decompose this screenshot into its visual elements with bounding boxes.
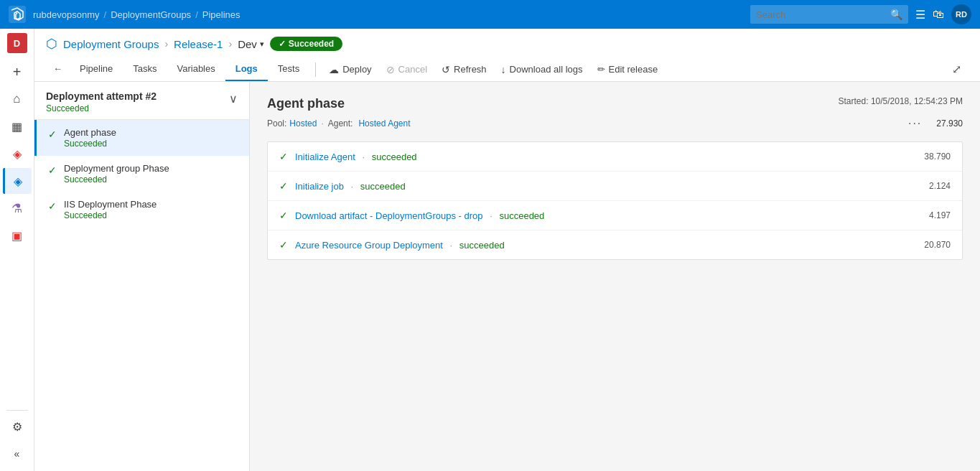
step-row[interactable]: ✓ Initialize job · succeeded 2.124 bbox=[268, 172, 962, 201]
sidebar: D + ⌂ ▦ ◈ ◈ ⚗ ▣ ⚙ « bbox=[0, 29, 34, 471]
expand-button[interactable]: ⤢ bbox=[945, 59, 969, 80]
agent-link[interactable]: Hosted Agent bbox=[358, 118, 410, 129]
tab-tasks[interactable]: Tasks bbox=[123, 57, 167, 81]
phase-main-title: Agent phase bbox=[267, 96, 345, 111]
cancel-icon: ⊘ bbox=[386, 64, 395, 75]
page-header: ⬡ Deployment Groups › Release-1 › Dev ▾ … bbox=[34, 29, 980, 82]
release-label[interactable]: Release-1 bbox=[174, 38, 223, 50]
step-dot-sep: · bbox=[362, 151, 365, 162]
deploy-button[interactable]: ☁ Initialize Agent Deploy bbox=[322, 60, 378, 79]
step-dot-sep: · bbox=[450, 240, 453, 251]
step-link[interactable]: Download artifact - DeploymentGroups - d… bbox=[295, 210, 483, 221]
tab-variables[interactable]: Variables bbox=[167, 57, 225, 81]
step-status-text: succeeded bbox=[459, 240, 505, 251]
breadcrumb-sep-release: › bbox=[164, 38, 168, 50]
right-panel: Agent phase Started: 10/5/2018, 12:54:23… bbox=[250, 82, 980, 471]
phase-item-agent[interactable]: ✓ Agent phase Succeeded bbox=[34, 120, 249, 156]
breadcrumb-sep-env: › bbox=[228, 38, 232, 50]
sidebar-item-test[interactable]: ⚗ bbox=[3, 195, 32, 221]
phase-more-btn[interactable]: ··· bbox=[908, 117, 922, 130]
phase-header: Agent phase Started: 10/5/2018, 12:54:23… bbox=[267, 96, 963, 111]
env-label[interactable]: Dev ▾ bbox=[238, 38, 264, 50]
phase-status-deployment-group: Succeeded bbox=[64, 174, 169, 185]
breadcrumb: rubdevopsonmy / DeploymentGroups / Pipel… bbox=[33, 9, 743, 20]
refresh-button[interactable]: ↺ Refresh bbox=[434, 60, 494, 79]
tab-pipeline[interactable]: Pipeline bbox=[70, 57, 123, 81]
deployment-groups-label[interactable]: Deployment Groups bbox=[63, 38, 159, 50]
download-logs-button[interactable]: ↓ Download all logs bbox=[494, 60, 590, 79]
deploy-icon: ☁ bbox=[329, 64, 339, 75]
step-status-text: succeeded bbox=[360, 181, 406, 192]
phase-item-iis[interactable]: ✓ IIS Deployment Phase Succeeded bbox=[34, 192, 249, 228]
sidebar-user-avatar[interactable]: D bbox=[7, 33, 27, 53]
edit-release-button[interactable]: ✏ Edit release bbox=[590, 60, 666, 78]
step-check-icon: ✓ bbox=[279, 151, 288, 162]
pool-link[interactable]: Hosted bbox=[289, 118, 317, 129]
search-icon: 🔍 bbox=[890, 9, 902, 20]
breadcrumb-item-3[interactable]: Pipelines bbox=[202, 9, 241, 20]
search-input[interactable] bbox=[756, 9, 890, 20]
tab-bar: ← Pipeline Tasks Variables Logs Tests ☁ … bbox=[46, 57, 969, 81]
phase-name-agent: Agent phase bbox=[64, 127, 116, 138]
attempt-status: Succeeded bbox=[46, 103, 157, 113]
step-link[interactable]: Azure Resource Group Deployment bbox=[295, 240, 443, 251]
step-row[interactable]: ✓ Initialize Agent · succeeded 38.790 bbox=[268, 142, 962, 172]
sidebar-item-artifacts[interactable]: ▣ bbox=[3, 223, 32, 248]
deployment-groups-icon: ⬡ bbox=[46, 36, 57, 52]
phase-name-deployment-group: Deployment group Phase bbox=[64, 163, 169, 174]
step-name-text: Initialize job · succeeded bbox=[295, 181, 907, 192]
step-row[interactable]: ✓ Azure Resource Group Deployment · succ… bbox=[268, 230, 962, 259]
phase-check-icon-deployment-group: ✓ bbox=[48, 164, 57, 176]
sidebar-item-collapse[interactable]: « bbox=[3, 441, 32, 467]
breadcrumb-sep-2: / bbox=[195, 9, 198, 20]
step-duration: 2.124 bbox=[915, 181, 951, 191]
sidebar-item-home[interactable]: ⌂ bbox=[3, 86, 32, 112]
tab-divider bbox=[315, 62, 316, 77]
step-name-text: Download artifact - DeploymentGroups - d… bbox=[295, 210, 907, 221]
sidebar-item-settings[interactable]: ⚙ bbox=[3, 414, 32, 439]
steps-list: ✓ Initialize Agent · succeeded 38.790 ✓ … bbox=[267, 141, 963, 260]
step-check-icon: ✓ bbox=[279, 239, 288, 251]
user-avatar-topbar[interactable]: RD bbox=[951, 4, 971, 24]
phase-item-deployment-group[interactable]: ✓ Deployment group Phase Succeeded bbox=[34, 156, 249, 192]
step-row[interactable]: ✓ Download artifact - DeploymentGroups -… bbox=[268, 201, 962, 230]
search-bar: 🔍 bbox=[750, 5, 908, 24]
sidebar-item-pipelines[interactable]: ◈ bbox=[3, 168, 32, 194]
topbar-list-icon[interactable]: ☰ bbox=[915, 8, 925, 22]
left-panel: Deployment attempt #2 Succeeded ∨ ✓ Agen… bbox=[34, 82, 250, 471]
status-check-icon: ✓ bbox=[279, 39, 286, 49]
step-duration: 38.790 bbox=[915, 151, 951, 162]
breadcrumb-item-1[interactable]: rubdevopsonmy bbox=[33, 9, 100, 20]
phase-status-agent: Succeeded bbox=[64, 139, 116, 149]
status-badge: ✓ Succeeded bbox=[270, 37, 342, 51]
sidebar-item-repos[interactable]: ◈ bbox=[3, 141, 32, 167]
step-check-icon: ✓ bbox=[279, 210, 288, 221]
sidebar-item-add[interactable]: + bbox=[3, 59, 32, 85]
cancel-button[interactable]: ⊘ Cancel bbox=[379, 60, 434, 79]
tab-logs[interactable]: Logs bbox=[225, 57, 268, 81]
breadcrumb-item-2[interactable]: DeploymentGroups bbox=[111, 9, 191, 20]
sidebar-divider bbox=[6, 410, 28, 411]
phase-pool-row: Pool: Hosted · Agent: Hosted Agent ··· 2… bbox=[267, 117, 963, 130]
phase-started-time: Started: 10/5/2018, 12:54:23 PM bbox=[839, 96, 963, 106]
step-link[interactable]: Initialize Agent bbox=[295, 151, 355, 162]
env-chevron-icon: ▾ bbox=[260, 39, 264, 49]
step-check-icon: ✓ bbox=[279, 180, 288, 192]
sidebar-item-work-items[interactable]: ▦ bbox=[3, 113, 32, 139]
step-status-text: succeeded bbox=[372, 151, 417, 162]
breadcrumb-sep-1: / bbox=[104, 9, 107, 20]
tab-tests[interactable]: Tests bbox=[268, 57, 309, 81]
page-title-row: ⬡ Deployment Groups › Release-1 › Dev ▾ … bbox=[46, 36, 969, 52]
attempt-chevron[interactable]: ∨ bbox=[229, 92, 238, 106]
pool-dot-sep: · bbox=[321, 118, 323, 129]
tab-back-btn[interactable]: ← bbox=[46, 57, 70, 81]
step-link[interactable]: Initialize job bbox=[295, 181, 344, 192]
download-icon: ↓ bbox=[501, 64, 506, 75]
step-name-text: Azure Resource Group Deployment · succee… bbox=[295, 240, 907, 251]
topbar-bag-icon[interactable]: 🛍 bbox=[933, 8, 944, 21]
phase-check-icon-iis: ✓ bbox=[48, 200, 57, 212]
pool-label: Pool: bbox=[267, 118, 286, 129]
attempt-title: Deployment attempt #2 bbox=[46, 90, 157, 102]
azure-devops-logo bbox=[9, 6, 26, 23]
attempt-header: Deployment attempt #2 Succeeded ∨ bbox=[34, 82, 249, 120]
